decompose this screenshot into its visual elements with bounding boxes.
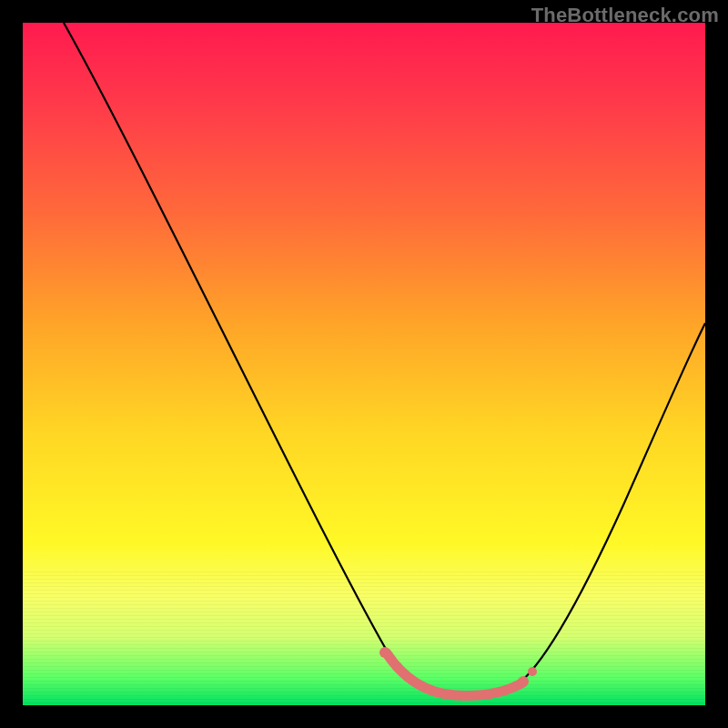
curve-svg — [23, 23, 705, 705]
bottleneck-curve — [64, 23, 705, 695]
plot-area — [23, 23, 705, 705]
optimal-range-start-dot — [379, 647, 390, 658]
chart-frame: TheBottleneck.com — [0, 0, 728, 728]
optimal-range-end-dot — [518, 676, 529, 687]
watermark-text: TheBottleneck.com — [531, 4, 719, 27]
optimal-range-segment — [387, 653, 521, 695]
optimal-range-extra-dot — [528, 667, 537, 676]
